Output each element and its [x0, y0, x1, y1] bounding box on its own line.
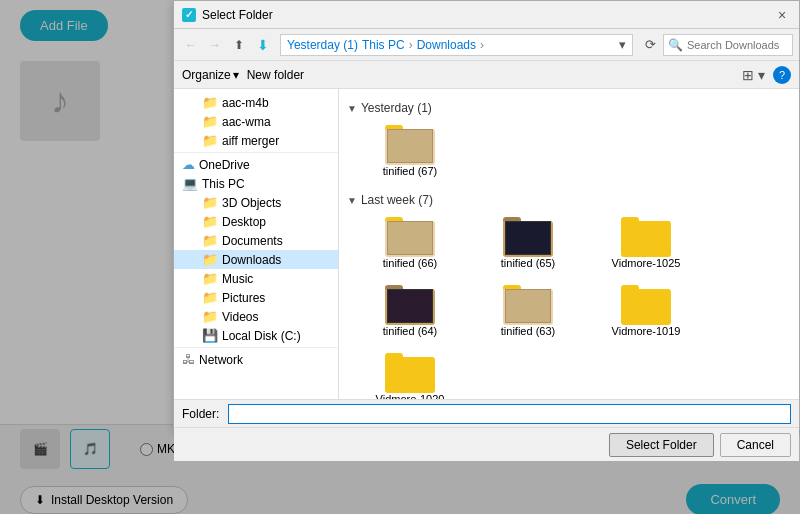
dialog-title-left: ✓ Select Folder [182, 8, 273, 22]
section-arrow-yesterday: ▼ [347, 103, 357, 114]
list-item[interactable]: Vidmore-1019 [591, 281, 701, 341]
address-pc: Yesterday (1) [287, 38, 358, 52]
addr-sep2: › [480, 38, 484, 52]
list-item[interactable]: tinified (65) [473, 213, 583, 273]
select-folder-dialog: ✓ Select Folder × ← → ⬆ ⬇ Yesterday (1) … [173, 0, 800, 430]
folder-thumb-icon3 [503, 285, 553, 325]
list-item[interactable]: tinified (63) [473, 281, 583, 341]
addr-pc: This PC [362, 38, 405, 52]
list-item[interactable]: Vidmore-1020 [355, 349, 465, 399]
view-buttons: ⊞ ▾ [742, 67, 765, 83]
view-toggle-button[interactable]: ⊞ [742, 67, 754, 83]
list-item[interactable]: tinified (64) [355, 281, 465, 341]
tree-label: Videos [222, 310, 258, 324]
folder-thumb-dark2-icon [385, 285, 435, 325]
section-yesterday-label: Yesterday (1) [361, 101, 432, 115]
addr-downloads: Downloads [417, 38, 476, 52]
search-box: 🔍 [663, 34, 793, 56]
addr-sep1: › [409, 38, 413, 52]
file-label: tinified (64) [383, 325, 437, 337]
dialog-titlebar: ✓ Select Folder × [174, 1, 799, 29]
section-arrow-lastweek: ▼ [347, 195, 357, 206]
tree-label: aac-wma [222, 115, 271, 129]
up-button[interactable]: ⬆ [228, 34, 250, 56]
tree-label: This PC [202, 177, 245, 191]
folder-thumb-icon4 [621, 285, 671, 325]
folder-thumb-icon5 [385, 353, 435, 393]
dialog-app-icon: ✓ [182, 8, 196, 22]
file-label: tinified (66) [383, 257, 437, 269]
folder-input[interactable] [228, 404, 791, 424]
section-lastweek-label: Last week (7) [361, 193, 433, 207]
right-pane: ▼ Yesterday (1) tinified (67) ▼ Last wee… [339, 89, 799, 399]
back-button[interactable]: ← [180, 34, 202, 56]
left-pane: 📁 aac-m4b 📁 aac-wma 📁 aiff merger ☁ OneD… [174, 89, 339, 399]
section-lastweek-header[interactable]: ▼ Last week (7) [347, 193, 791, 207]
tree-label: 3D Objects [222, 196, 281, 210]
pc-icon: 💻 [182, 176, 198, 191]
tree-item-downloads[interactable]: 📁 Downloads [174, 250, 338, 269]
list-item[interactable]: Vidmore-1025 [591, 213, 701, 273]
section-yesterday-header[interactable]: ▼ Yesterday (1) [347, 101, 791, 115]
list-item[interactable]: tinified (66) [355, 213, 465, 273]
tree-label: Desktop [222, 215, 266, 229]
tree-label: aiff merger [222, 134, 279, 148]
folder-3d-icon: 📁 [202, 195, 218, 210]
tree-item-videos[interactable]: 📁 Videos [174, 307, 338, 326]
tree-item-desktop[interactable]: 📁 Desktop [174, 212, 338, 231]
folder-thumb-icon [621, 217, 671, 257]
folder-icon: 📁 [202, 133, 218, 148]
folder-thumb-dark-icon [503, 217, 553, 257]
tree-divider2 [174, 347, 338, 348]
button-bar: Select Folder Cancel [174, 427, 799, 461]
tree-item-aac-wma[interactable]: 📁 aac-wma [174, 112, 338, 131]
tree-item-aac-m4b[interactable]: 📁 aac-m4b [174, 93, 338, 112]
tree-label: Music [222, 272, 253, 286]
cancel-button[interactable]: Cancel [720, 433, 791, 457]
tree-item-documents[interactable]: 📁 Documents [174, 231, 338, 250]
folder-label: Folder: [182, 407, 222, 421]
tree-item-onedrive[interactable]: ☁ OneDrive [174, 155, 338, 174]
file-label: tinified (65) [501, 257, 555, 269]
tree-item-aiff-merger[interactable]: 📁 aiff merger [174, 131, 338, 150]
address-dropdown-button[interactable]: ▾ [619, 37, 626, 52]
section-lastweek-items: tinified (66) tinified (65) Vidmore [355, 213, 791, 399]
file-label: Vidmore-1025 [612, 257, 681, 269]
tree-label: OneDrive [199, 158, 250, 172]
folder-desktop-icon: 📁 [202, 214, 218, 229]
file-label: Vidmore-1019 [612, 325, 681, 337]
tree-item-music[interactable]: 📁 Music [174, 269, 338, 288]
dialog-title: Select Folder [202, 8, 273, 22]
down-arrow-button[interactable]: ⬇ [252, 34, 274, 56]
file-label: Vidmore-1020 [376, 393, 445, 399]
organize-label: Organize [182, 68, 231, 82]
tree-item-network[interactable]: 🖧 Network [174, 350, 338, 369]
tree-item-local-disk[interactable]: 💾 Local Disk (C:) [174, 326, 338, 345]
tree-label-downloads: Downloads [222, 253, 281, 267]
select-folder-button[interactable]: Select Folder [609, 433, 714, 457]
tree-item-pictures[interactable]: 📁 Pictures [174, 288, 338, 307]
folder-thumb-icon [385, 125, 435, 165]
folder-thumb-icon [385, 217, 435, 257]
tree-item-3d-objects[interactable]: 📁 3D Objects [174, 193, 338, 212]
search-input[interactable] [687, 39, 788, 51]
refresh-button[interactable]: ⟳ [639, 34, 661, 56]
search-icon: 🔍 [668, 38, 683, 52]
dialog-close-button[interactable]: × [773, 6, 791, 24]
folder-bar: Folder: [174, 399, 799, 427]
folder-downloads-icon: 📁 [202, 252, 218, 267]
tree-label: Local Disk (C:) [222, 329, 301, 343]
organize-button[interactable]: Organize ▾ [182, 68, 239, 82]
address-bar[interactable]: Yesterday (1) This PC › Downloads › ▾ [280, 34, 633, 56]
dialog-organize-toolbar: Organize ▾ New folder ⊞ ▾ ? [174, 61, 799, 89]
view-options-button[interactable]: ▾ [758, 67, 765, 83]
help-button[interactable]: ? [773, 66, 791, 84]
list-item[interactable]: tinified (67) [355, 121, 465, 181]
folder-icon: 📁 [202, 95, 218, 110]
forward-button[interactable]: → [204, 34, 226, 56]
new-folder-button[interactable]: New folder [247, 68, 304, 82]
tree-item-this-pc[interactable]: 💻 This PC [174, 174, 338, 193]
tree-label: Documents [222, 234, 283, 248]
disk-icon: 💾 [202, 328, 218, 343]
dialog-nav-toolbar: ← → ⬆ ⬇ Yesterday (1) This PC › Download… [174, 29, 799, 61]
